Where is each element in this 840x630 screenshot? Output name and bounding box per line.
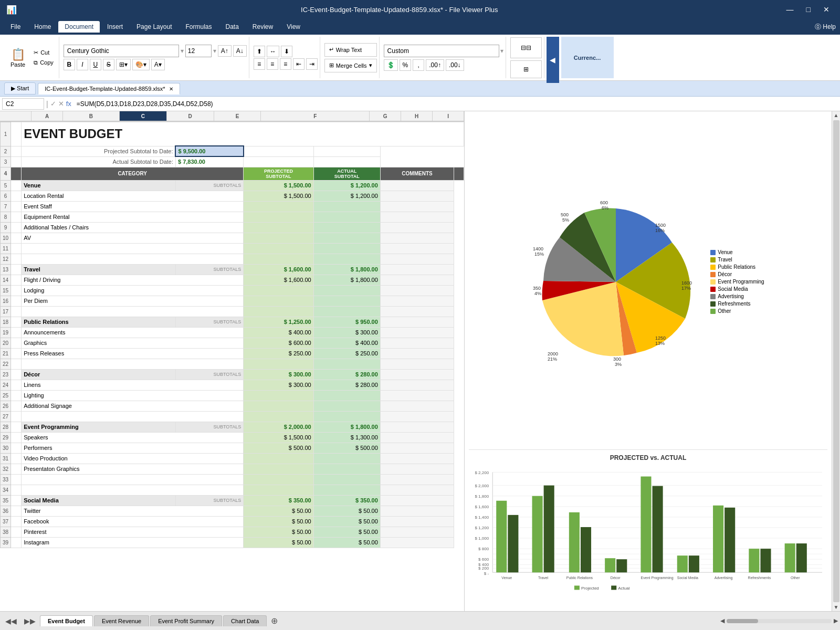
cell-reference-input[interactable] bbox=[2, 98, 44, 110]
number-format-input[interactable] bbox=[384, 45, 499, 57]
col-header-c[interactable]: C bbox=[120, 111, 167, 121]
format-as-table-button[interactable]: ⊞ bbox=[510, 60, 542, 78]
align-top-button[interactable]: ⬆ bbox=[254, 46, 265, 57]
wrap-text-button[interactable]: ↵ Wrap Text bbox=[324, 43, 377, 57]
menu-data[interactable]: Data bbox=[219, 21, 245, 33]
menu-review[interactable]: Review bbox=[246, 21, 279, 33]
maximize-button[interactable]: □ bbox=[802, 4, 815, 15]
strikethrough-button[interactable]: S bbox=[103, 59, 114, 70]
font-size-input[interactable] bbox=[185, 45, 212, 57]
col-header-b[interactable]: B bbox=[63, 111, 120, 121]
align-right-button[interactable]: ≡ bbox=[280, 58, 291, 70]
horizontal-scrollbar[interactable] bbox=[727, 619, 832, 623]
sheet-nav-prev[interactable]: ◀◀ bbox=[2, 616, 20, 626]
ep-projected[interactable]: $ 2,000.00 bbox=[244, 422, 313, 432]
increase-decimal-button[interactable]: .00↑ bbox=[426, 59, 444, 71]
font-color-button[interactable]: A▾ bbox=[151, 59, 165, 70]
menu-view[interactable]: View bbox=[280, 21, 307, 33]
scroll-down-button[interactable]: ▼ bbox=[833, 603, 840, 611]
copy-button[interactable]: ⧉ Copy bbox=[30, 58, 57, 67]
cell-f2[interactable] bbox=[313, 146, 380, 156]
font-shrink-button[interactable]: A↓ bbox=[233, 45, 247, 57]
align-center-button[interactable]: ≡ bbox=[267, 58, 278, 70]
percent-button[interactable]: % bbox=[400, 59, 412, 71]
location-rental-comment[interactable] bbox=[380, 191, 454, 201]
menu-formulas[interactable]: Formulas bbox=[179, 21, 218, 33]
decor-projected[interactable]: $ 300.00 bbox=[244, 369, 313, 380]
menu-page-layout[interactable]: Page Layout bbox=[130, 21, 178, 33]
check-icon[interactable]: ✓ bbox=[50, 100, 56, 108]
font-grow-button[interactable]: A↑ bbox=[218, 45, 232, 57]
travel-actual[interactable]: $ 1,800.00 bbox=[313, 264, 380, 275]
minimize-button[interactable]: — bbox=[782, 4, 798, 15]
cut-button[interactable]: ✂ Cut bbox=[30, 48, 57, 57]
sheet-tab-chart-data[interactable]: Chart Data bbox=[223, 615, 267, 626]
font-name-input[interactable] bbox=[64, 45, 179, 57]
cell-e3[interactable] bbox=[244, 156, 313, 167]
venue-actual[interactable]: $ 1,200.00 bbox=[313, 180, 380, 191]
cancel-formula-icon[interactable]: ✕ bbox=[58, 100, 64, 108]
align-left-button[interactable]: ≡ bbox=[254, 58, 265, 70]
col-header-i[interactable]: I bbox=[433, 111, 464, 121]
horizontal-scroll-left[interactable]: ◀ bbox=[720, 617, 724, 624]
increase-indent-button[interactable]: ⇥ bbox=[306, 58, 318, 70]
bold-button[interactable]: B bbox=[64, 59, 75, 70]
sm-actual[interactable]: $ 350.00 bbox=[313, 495, 380, 506]
venue-comment[interactable] bbox=[380, 180, 454, 191]
align-bottom-button[interactable]: ⬇ bbox=[281, 46, 292, 57]
decrease-indent-button[interactable]: ⇤ bbox=[293, 58, 304, 70]
col-header-h[interactable]: H bbox=[401, 111, 433, 121]
ribbon-nav-right-button[interactable]: ◀ bbox=[547, 37, 559, 83]
menu-document[interactable]: Document bbox=[58, 21, 100, 33]
start-tab[interactable]: ▶ Start bbox=[4, 82, 36, 94]
horizontal-scroll-right[interactable]: ▶ bbox=[834, 617, 838, 624]
file-tab-close[interactable]: ✕ bbox=[169, 86, 173, 92]
close-button[interactable]: ✕ bbox=[819, 4, 834, 15]
cell-e2[interactable] bbox=[244, 146, 313, 156]
menu-insert[interactable]: Insert bbox=[101, 21, 129, 33]
merge-cells-button[interactable]: ⊞ Merge Cells ▾ bbox=[324, 59, 377, 72]
cell-a6[interactable] bbox=[11, 191, 22, 201]
menu-home[interactable]: Home bbox=[28, 21, 57, 33]
pr-actual[interactable]: $ 950.00 bbox=[313, 317, 380, 327]
horizontal-scroll-thumb[interactable] bbox=[727, 619, 758, 623]
cell-a3[interactable] bbox=[11, 156, 22, 167]
sm-projected[interactable]: $ 350.00 bbox=[244, 495, 313, 506]
cell-a2[interactable] bbox=[11, 146, 22, 156]
actual-subtotal-value[interactable]: $ 7,830.00 bbox=[175, 156, 243, 167]
sheet-tab-event-revenue[interactable]: Event Revenue bbox=[94, 615, 149, 626]
col-header-d[interactable]: D bbox=[167, 111, 214, 121]
col-header-a[interactable]: A bbox=[32, 111, 63, 121]
cell-f3[interactable] bbox=[313, 156, 380, 167]
scroll-up-button[interactable]: ▲ bbox=[833, 111, 840, 119]
projected-subtotal-value[interactable]: $ 9,500.00 bbox=[175, 146, 243, 156]
cell-a1[interactable] bbox=[11, 122, 22, 146]
align-middle-button[interactable]: ↔ bbox=[267, 46, 279, 57]
paste-button[interactable]: 📋 Paste bbox=[6, 46, 29, 70]
pr-projected[interactable]: $ 1,250.00 bbox=[244, 317, 313, 327]
sheet-tab-event-budget[interactable]: Event Budget bbox=[40, 615, 93, 626]
cell-a5[interactable] bbox=[11, 180, 22, 191]
file-tab[interactable]: IC-Event-Budget-Template-Updated-8859.xl… bbox=[38, 83, 180, 94]
help-button[interactable]: ⓪ Help bbox=[815, 23, 836, 30]
add-sheet-button[interactable]: ⊕ bbox=[268, 615, 281, 627]
formula-input[interactable] bbox=[74, 100, 838, 108]
fill-color-button[interactable]: 🎨▾ bbox=[132, 59, 150, 70]
col-header-e[interactable]: E bbox=[214, 111, 261, 121]
underline-button[interactable]: U bbox=[90, 59, 101, 70]
scroll-thumb[interactable] bbox=[833, 120, 839, 602]
borders-button[interactable]: ⊞▾ bbox=[116, 59, 131, 70]
venue-projected[interactable]: $ 1,500.00 bbox=[244, 180, 313, 191]
ep-actual[interactable]: $ 1,800.00 bbox=[313, 422, 380, 432]
vertical-scrollbar[interactable]: ▲ ▼ bbox=[832, 111, 840, 611]
menu-file[interactable]: File bbox=[4, 21, 27, 33]
col-header-f[interactable]: F bbox=[261, 111, 370, 121]
travel-projected[interactable]: $ 1,600.00 bbox=[244, 264, 313, 275]
function-icon[interactable]: fx bbox=[66, 100, 71, 108]
location-rental-actual[interactable]: $ 1,200.00 bbox=[313, 191, 380, 201]
decor-actual[interactable]: $ 280.00 bbox=[313, 369, 380, 380]
italic-button[interactable]: I bbox=[77, 59, 88, 70]
percent-format-button[interactable]: 💲 bbox=[384, 59, 398, 71]
cell-styles-button[interactable]: ⊟⊟ bbox=[510, 37, 542, 58]
comma-button[interactable]: , bbox=[413, 59, 424, 71]
